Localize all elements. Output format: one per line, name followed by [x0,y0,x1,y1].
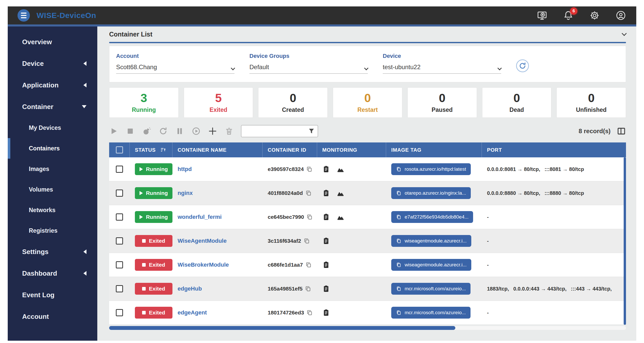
add-container-button[interactable] [208,127,217,136]
sidebar-item-containers[interactable]: Containers [8,138,97,159]
copy-icon[interactable] [304,238,310,244]
sidebar-item-event-log[interactable]: Event Log [8,284,97,306]
remote-desktop-icon[interactable] [536,10,548,21]
container-name-link[interactable]: httpd [178,166,192,173]
delete-button[interactable] [224,127,234,136]
sidebar-item-my-devices[interactable]: My Devices [8,118,97,138]
sidebar-item-account[interactable]: Account [8,306,97,327]
title-underline [109,42,626,43]
port-text: - [487,310,489,316]
sidebar-item-settings[interactable]: Settings [8,241,97,263]
log-icon[interactable] [322,285,330,293]
log-icon[interactable] [322,189,330,197]
container-name-link[interactable]: nginx [178,190,193,196]
row-checkbox[interactable] [116,285,123,292]
hamburger-menu-icon[interactable] [18,9,30,22]
table-row: Exited edgeAgent 180174726ed3 mcr.micros… [109,301,626,325]
image-icon [396,190,402,196]
column-header-id: CONTAINER ID [263,142,317,157]
table-toolbar: 8 record(s) [109,124,626,138]
sidebar-item-dashboard[interactable]: Dashboard [8,263,97,284]
port-text: 0.0.0.0:8081 → 80/tcp, :::8081 → 80/tcp [487,166,584,172]
log-icon[interactable] [322,309,330,317]
row-checkbox[interactable] [116,237,123,245]
port-text: 1883/tcp, 0.0.0.0:443 → 443/tcp, :::443 … [487,286,612,292]
account-avatar-icon[interactable] [615,10,626,21]
sidebar-item-application[interactable]: Application [8,74,97,96]
start-button[interactable] [109,127,118,136]
device-groups-select[interactable]: Default [249,64,368,74]
status-card-exited: 5 Exited [184,87,253,118]
container-name-link[interactable]: edgeAgent [178,309,207,316]
chevron-left-icon [83,83,86,87]
play-icon [140,167,143,171]
kill-button[interactable] [142,127,151,136]
sidebar-item-networks[interactable]: Networks [8,200,97,220]
table-row: Exited edgeHub 165a49851ef5 mcr.microsof… [109,277,626,301]
row-checkbox[interactable] [116,189,123,197]
sidebar-item-container[interactable]: Container [8,96,97,118]
container-name-link[interactable]: WiseBrokerModule [178,261,229,268]
column-header-status[interactable]: STATUS [130,142,172,157]
filter-funnel-icon[interactable] [308,128,315,135]
sidebar-item-volumes[interactable]: Volumes [8,179,97,200]
chart-icon[interactable] [337,189,344,197]
sidebar-item-images[interactable]: Images [8,159,97,179]
copy-icon[interactable] [306,262,312,268]
log-icon[interactable] [322,261,330,269]
container-id: 165a49851ef5 [268,286,302,292]
container-name-link[interactable]: wonderful_fermi [178,214,222,220]
copy-icon[interactable] [307,310,313,316]
row-checkbox[interactable] [116,213,123,221]
sort-icon[interactable] [160,147,167,153]
log-icon[interactable] [322,213,330,221]
notifications-bell-icon[interactable]: 6 [563,10,574,21]
log-icon[interactable] [322,165,330,173]
device-select[interactable]: test-ubuntu22 [383,64,501,74]
horizontal-scrollbar-thumb[interactable] [109,326,455,330]
copy-icon[interactable] [306,166,312,172]
sidebar-item-registries[interactable]: Registries [8,220,97,241]
copy-icon[interactable] [307,214,313,220]
row-checkbox[interactable] [116,261,123,268]
accent-strip [8,24,636,26]
horizontal-scrollbar-track[interactable] [109,326,626,330]
copy-icon[interactable] [306,190,312,196]
status-card-running: 3 Running [109,87,179,118]
log-icon[interactable] [322,237,330,245]
sidebar-item-device[interactable]: Device [8,53,97,74]
collapse-chevron-icon[interactable] [622,31,627,36]
stop-icon [142,311,146,314]
search-input[interactable] [244,128,308,134]
container-name-link[interactable]: WiseAgentModule [178,238,227,244]
container-name-link[interactable]: edgeHub [178,285,202,292]
container-id: c686fe1d1aa7 [268,262,303,268]
search-box [241,125,318,137]
vertical-scrollbar[interactable] [624,157,626,325]
device-groups-filter: Device Groups Default [249,53,368,74]
table-row: Running nginx 401f88024a0d otarepo.azure… [109,181,626,205]
account-select[interactable]: Scott68.Chang [116,64,234,74]
stop-button[interactable] [126,127,135,136]
resume-button[interactable] [192,127,201,136]
restart-button[interactable] [159,127,168,136]
chart-icon[interactable] [337,165,344,173]
column-settings-icon[interactable] [617,127,626,136]
chart-icon[interactable] [337,213,344,221]
status-badge-exited: Exited [135,235,172,247]
image-tag-badge: otarepo.azurecr.io/nginx:la... [391,187,471,199]
copy-icon[interactable] [305,286,311,292]
status-badge-running: Running [135,211,172,223]
status-badge-exited: Exited [135,283,172,295]
chevron-down-icon [498,66,502,70]
row-checkbox[interactable] [116,166,123,173]
select-all-checkbox[interactable] [116,146,123,154]
refresh-button[interactable] [516,59,529,72]
settings-gear-icon[interactable] [589,10,600,21]
chevron-down-icon [364,66,369,70]
device-filter: Device test-ubuntu22 [383,53,501,74]
row-checkbox[interactable] [116,309,123,316]
pause-button[interactable] [175,127,184,136]
status-card-created: 0 Created [258,87,328,118]
sidebar-item-overview[interactable]: Overview [8,31,97,53]
